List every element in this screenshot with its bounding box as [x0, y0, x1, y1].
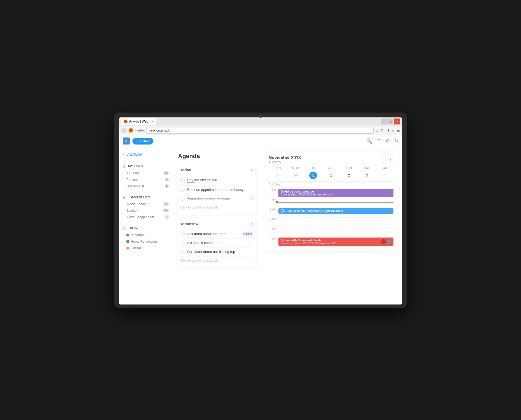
- sidebar-tag-home-renovation[interactable]: Home Renovation: [126, 238, 173, 245]
- today-header: Today +: [180, 167, 253, 173]
- sidebar-grocery-lists-header[interactable]: 🛒 Grocery Lists: [119, 193, 173, 201]
- cal-day-2[interactable]: 2: [345, 172, 353, 179]
- task-text-1: Pay the electric bill: [187, 178, 253, 182]
- sidebar-item-grocery-list[interactable]: Grocery List 6: [126, 183, 173, 190]
- bookmark-icon[interactable]: ☆: [375, 128, 379, 133]
- home-renovation-tag-dot: [126, 240, 129, 243]
- time-row-3pm: 3 PM David's soccer practice Chelsea fie…: [269, 188, 393, 198]
- today-section: Today + Pay the electric bill: [177, 164, 256, 215]
- cal-day-30[interactable]: 30: [291, 172, 299, 179]
- menu-icon[interactable]: ☰: [396, 128, 400, 133]
- calendar-panel: November 2018 Tuesday ‹ › SUN: [260, 147, 402, 304]
- sidebar-personal-label: Personal: [126, 178, 139, 182]
- url-input[interactable]: [146, 127, 374, 134]
- grocery-list-badge: 6: [165, 184, 169, 188]
- today-quick-add[interactable]: Click to quickly add a task: [180, 203, 253, 211]
- today-title: Today: [180, 168, 191, 172]
- sidebar-my-lists-items: All Tasks 14 Personal 8 Grocery List 6: [119, 170, 173, 190]
- sidebar-item-personal[interactable]: Personal 8: [126, 177, 173, 183]
- back-button[interactable]: ‹: [121, 127, 127, 133]
- event-dinner-title: Dinner with Steve and Sarah: [281, 239, 336, 242]
- day-header-tue: TUE: [304, 166, 322, 171]
- sidebar-tags-header[interactable]: ◎ TAGS: [119, 224, 173, 232]
- event-laundry[interactable]: Pick up the laundry from Bright Cleaners: [278, 208, 393, 214]
- home-renovation-tag-label: Home Renovation: [131, 240, 157, 243]
- checkmark-icon: ✓: [125, 139, 128, 143]
- whole-foods-badge: 14: [163, 202, 169, 206]
- download-icon[interactable]: ⬇: [387, 128, 390, 133]
- task-call-mark[interactable]: Call Mark about our fishing trip: [180, 248, 253, 257]
- calendar-prev-button[interactable]: ‹: [380, 157, 386, 163]
- sidebar-my-lists-section: ⊙ MY LISTS All Tasks 14 Personal 8: [119, 162, 173, 190]
- time-content-5pm: Pick up the laundry from Bright Cleaners: [278, 208, 393, 214]
- task-checkbox-6[interactable]: [180, 250, 185, 254]
- calendar-nav: ‹ ›: [380, 157, 393, 163]
- task-book-appointment[interactable]: Book an appotiment at the embassy: [180, 185, 253, 194]
- address-bar: ‹ Firefox ☆ ⬚ ⬇ ⌂ ☰: [119, 126, 402, 135]
- day-header-wed: WED: [322, 166, 340, 171]
- task-order-tissues[interactable]: Order tissues from Amazon ✕: [180, 194, 253, 203]
- task-checkbox-4[interactable]: [180, 232, 185, 236]
- new-button[interactable]: + + New: [132, 138, 153, 145]
- tab-close-icon[interactable]: ✕: [151, 120, 154, 123]
- sidebar-item-whole-foods[interactable]: Whole Foods 14: [126, 201, 173, 207]
- sidebar-item-alexa[interactable]: Alexa Shopping list 7: [126, 214, 173, 220]
- sidebar-my-lists-header[interactable]: ⊙ MY LISTS: [119, 162, 173, 170]
- app-body: ⌂ AGENDA ⊙ MY LISTS All Tasks 14: [119, 147, 402, 304]
- tasks-panel: Agenda Today + Pay the electric bill: [173, 147, 260, 304]
- settings-icon[interactable]: ⚙: [386, 138, 390, 144]
- sidebar-my-lists-label: MY LISTS: [128, 164, 143, 168]
- sidebar-item-all-tasks[interactable]: All Tasks 14: [126, 170, 173, 177]
- laptop-frame: Any.do | Web ✕ – □ ✕ ‹ Firefox ☆ ⬚ ⬇ ⌂ ☰: [114, 113, 407, 308]
- time-content-4pm: [278, 198, 393, 206]
- task-delete-icon[interactable]: ✕: [250, 197, 253, 201]
- task-checkbox-2[interactable]: [180, 188, 185, 192]
- event-soccer[interactable]: David's soccer practice Chelsea field, 4…: [278, 189, 393, 197]
- task-checkbox-5[interactable]: [180, 241, 185, 245]
- refresh-icon[interactable]: ↻: [394, 138, 398, 144]
- task-checkbox-1[interactable]: [180, 178, 185, 182]
- tomorrow-add-button[interactable]: +: [250, 221, 253, 227]
- task-checkbox-3[interactable]: [180, 197, 185, 201]
- address-bar-icons: ☆ ⬚ ⬇ ⌂ ☰: [375, 128, 400, 133]
- task-fix-jane[interactable]: Fix Jane's computer: [180, 239, 253, 248]
- search-icon[interactable]: 🔍: [366, 138, 372, 144]
- sidebar-tags-section: ◎ TAGS Important: [119, 224, 173, 251]
- today-add-button[interactable]: +: [250, 167, 253, 173]
- share-icon[interactable]: ⬚: [377, 138, 381, 144]
- tomorrow-quick-add[interactable]: Click to quickly add a task: [180, 257, 253, 265]
- event-dinner-sub: Gramercy Tavern, 42 E 20th St, New York,…: [281, 242, 336, 245]
- important-tag-label: Important: [131, 233, 145, 237]
- cal-day-1[interactable]: 1: [327, 172, 335, 179]
- close-button[interactable]: ✕: [394, 118, 400, 124]
- sidebar-item-agenda[interactable]: ⌂ AGENDA: [119, 151, 173, 159]
- toolbar-icons: 🔍 ⬚ ⚙ ↻: [366, 138, 398, 144]
- firefox-icon: [129, 128, 133, 133]
- whole-foods-label: Whole Foods: [126, 202, 146, 206]
- tag-icon: ◎: [123, 226, 126, 230]
- day-header-mon: MON: [287, 166, 304, 171]
- event-dinner[interactable]: Dinner with Steve and Sarah Gramercy Tav…: [278, 238, 393, 246]
- sidebar-grocery-lists-label: Grocery Lists: [129, 195, 150, 199]
- home-icon[interactable]: ⌂: [392, 128, 394, 133]
- task-pay-electric[interactable]: Pay the electric bill: [180, 176, 253, 185]
- sidebar-grocery-lists-section: 🛒 Grocery Lists Whole Foods 14 Costco 24: [119, 193, 173, 220]
- cal-day-3[interactable]: 3: [363, 172, 371, 179]
- maximize-button[interactable]: □: [387, 118, 393, 124]
- screenshot-icon[interactable]: ⬚: [381, 128, 385, 133]
- cal-day-29[interactable]: 29: [274, 172, 281, 179]
- sidebar-tag-critical[interactable]: Critical: [126, 245, 173, 251]
- browser-tab[interactable]: Any.do | Web ✕: [121, 118, 156, 125]
- calendar-next-button[interactable]: ›: [387, 157, 393, 163]
- task-ask-mom[interactable]: Ask mom about the hotel 5:30PM: [180, 230, 253, 239]
- sidebar-tag-important[interactable]: Important: [126, 232, 173, 238]
- calendar-month: November 2018: [269, 155, 301, 160]
- time-label-7pm: 7 PM: [269, 227, 276, 231]
- calendar-days: 29 30 31 1 2 3 4: [269, 172, 393, 179]
- cal-day-4[interactable]: 4: [381, 172, 389, 179]
- minimize-button[interactable]: –: [381, 118, 387, 124]
- sidebar-item-costco[interactable]: Costco 24: [126, 207, 173, 214]
- time-content-6pm: [278, 217, 393, 226]
- cal-day-31[interactable]: 31: [309, 172, 317, 179]
- sidebar-all-tasks-label: All Tasks: [126, 171, 139, 175]
